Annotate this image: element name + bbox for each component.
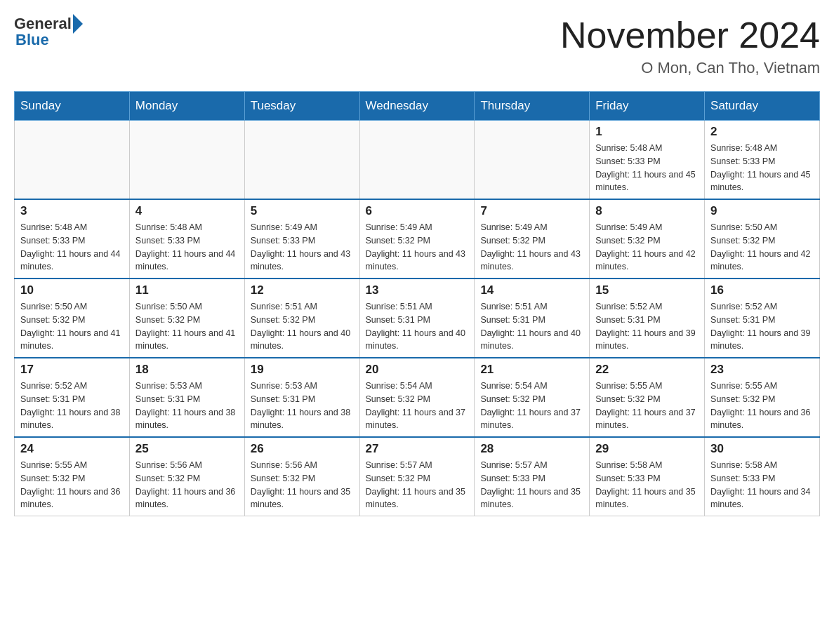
day-number: 16 <box>710 283 814 297</box>
calendar-cell <box>129 121 244 200</box>
calendar-cell: 10Sunrise: 5:50 AMSunset: 5:32 PMDayligh… <box>15 279 130 358</box>
calendar-cell: 23Sunrise: 5:55 AMSunset: 5:32 PMDayligh… <box>705 358 820 437</box>
calendar-cell: 17Sunrise: 5:52 AMSunset: 5:31 PMDayligh… <box>15 358 130 437</box>
day-info: Sunrise: 5:57 AMSunset: 5:32 PMDaylight:… <box>366 459 469 511</box>
day-number: 5 <box>251 204 354 218</box>
location-text: O Mon, Can Tho, Vietnam <box>560 59 820 77</box>
day-number: 25 <box>135 442 239 456</box>
calendar-cell: 13Sunrise: 5:51 AMSunset: 5:31 PMDayligh… <box>359 279 475 358</box>
day-info: Sunrise: 5:52 AMSunset: 5:31 PMDaylight:… <box>710 300 814 353</box>
weekday-header-wednesday: Wednesday <box>359 92 475 121</box>
day-info: Sunrise: 5:49 AMSunset: 5:32 PMDaylight:… <box>595 221 699 274</box>
day-number: 24 <box>20 442 124 456</box>
calendar-cell: 27Sunrise: 5:57 AMSunset: 5:32 PMDayligh… <box>359 437 475 516</box>
day-number: 10 <box>20 283 124 297</box>
day-info: Sunrise: 5:54 AMSunset: 5:32 PMDaylight:… <box>366 380 469 432</box>
weekday-header-sunday: Sunday <box>15 92 130 121</box>
calendar-cell: 3Sunrise: 5:48 AMSunset: 5:33 PMDaylight… <box>15 199 130 279</box>
day-number: 19 <box>251 363 354 377</box>
calendar-cell: 29Sunrise: 5:58 AMSunset: 5:33 PMDayligh… <box>590 437 705 516</box>
day-info: Sunrise: 5:52 AMSunset: 5:31 PMDaylight:… <box>20 380 124 432</box>
day-info: Sunrise: 5:50 AMSunset: 5:32 PMDaylight:… <box>135 300 239 353</box>
day-info: Sunrise: 5:48 AMSunset: 5:33 PMDaylight:… <box>20 221 124 274</box>
weekday-header-monday: Monday <box>129 92 244 121</box>
weekday-header-tuesday: Tuesday <box>244 92 359 121</box>
day-info: Sunrise: 5:54 AMSunset: 5:32 PMDaylight:… <box>480 380 583 432</box>
calendar-cell <box>475 121 590 200</box>
calendar-cell: 21Sunrise: 5:54 AMSunset: 5:32 PMDayligh… <box>475 358 590 437</box>
day-info: Sunrise: 5:50 AMSunset: 5:32 PMDaylight:… <box>710 221 814 274</box>
day-info: Sunrise: 5:49 AMSunset: 5:33 PMDaylight:… <box>251 221 354 274</box>
calendar-cell: 28Sunrise: 5:57 AMSunset: 5:33 PMDayligh… <box>475 437 590 516</box>
weekday-header-thursday: Thursday <box>475 92 590 121</box>
day-number: 20 <box>366 363 469 377</box>
day-number: 18 <box>135 363 239 377</box>
calendar-cell: 30Sunrise: 5:58 AMSunset: 5:33 PMDayligh… <box>705 437 820 516</box>
day-number: 7 <box>480 204 583 218</box>
day-number: 9 <box>710 204 814 218</box>
month-title: November 2024 <box>560 14 820 56</box>
calendar-table: SundayMondayTuesdayWednesdayThursdayFrid… <box>14 91 820 516</box>
calendar-cell: 15Sunrise: 5:52 AMSunset: 5:31 PMDayligh… <box>590 279 705 358</box>
calendar-cell <box>244 121 359 200</box>
calendar-cell: 7Sunrise: 5:49 AMSunset: 5:32 PMDaylight… <box>475 199 590 279</box>
day-number: 23 <box>710 363 814 377</box>
calendar-cell: 25Sunrise: 5:56 AMSunset: 5:32 PMDayligh… <box>129 437 244 516</box>
day-info: Sunrise: 5:53 AMSunset: 5:31 PMDaylight:… <box>135 380 239 432</box>
day-info: Sunrise: 5:55 AMSunset: 5:32 PMDaylight:… <box>20 459 124 511</box>
calendar-cell: 20Sunrise: 5:54 AMSunset: 5:32 PMDayligh… <box>359 358 475 437</box>
day-number: 1 <box>595 125 699 139</box>
calendar-cell: 1Sunrise: 5:48 AMSunset: 5:33 PMDaylight… <box>590 121 705 200</box>
day-number: 26 <box>251 442 354 456</box>
weekday-header-row: SundayMondayTuesdayWednesdayThursdayFrid… <box>15 92 820 121</box>
day-info: Sunrise: 5:51 AMSunset: 5:31 PMDaylight:… <box>480 300 583 353</box>
day-info: Sunrise: 5:50 AMSunset: 5:32 PMDaylight:… <box>20 300 124 353</box>
day-number: 29 <box>595 442 699 456</box>
calendar-week-row: 3Sunrise: 5:48 AMSunset: 5:33 PMDaylight… <box>15 199 820 279</box>
calendar-week-row: 10Sunrise: 5:50 AMSunset: 5:32 PMDayligh… <box>15 279 820 358</box>
calendar-cell: 12Sunrise: 5:51 AMSunset: 5:32 PMDayligh… <box>244 279 359 358</box>
day-info: Sunrise: 5:57 AMSunset: 5:33 PMDaylight:… <box>480 459 583 511</box>
day-info: Sunrise: 5:58 AMSunset: 5:33 PMDaylight:… <box>710 459 814 511</box>
calendar-week-row: 24Sunrise: 5:55 AMSunset: 5:32 PMDayligh… <box>15 437 820 516</box>
day-number: 15 <box>595 283 699 297</box>
logo: General Blue <box>14 14 83 49</box>
day-info: Sunrise: 5:51 AMSunset: 5:31 PMDaylight:… <box>366 300 469 353</box>
day-number: 22 <box>595 363 699 377</box>
calendar-cell: 14Sunrise: 5:51 AMSunset: 5:31 PMDayligh… <box>475 279 590 358</box>
calendar-cell: 2Sunrise: 5:48 AMSunset: 5:33 PMDaylight… <box>705 121 820 200</box>
day-number: 8 <box>595 204 699 218</box>
day-info: Sunrise: 5:49 AMSunset: 5:32 PMDaylight:… <box>366 221 469 274</box>
day-info: Sunrise: 5:56 AMSunset: 5:32 PMDaylight:… <box>251 459 354 511</box>
day-info: Sunrise: 5:58 AMSunset: 5:33 PMDaylight:… <box>595 459 699 511</box>
day-info: Sunrise: 5:48 AMSunset: 5:33 PMDaylight:… <box>710 142 814 194</box>
day-number: 30 <box>710 442 814 456</box>
day-info: Sunrise: 5:51 AMSunset: 5:32 PMDaylight:… <box>251 300 354 353</box>
calendar-week-row: 17Sunrise: 5:52 AMSunset: 5:31 PMDayligh… <box>15 358 820 437</box>
calendar-cell: 9Sunrise: 5:50 AMSunset: 5:32 PMDaylight… <box>705 199 820 279</box>
calendar-cell: 24Sunrise: 5:55 AMSunset: 5:32 PMDayligh… <box>15 437 130 516</box>
logo-blue-text: Blue <box>15 31 49 49</box>
day-number: 21 <box>480 363 583 377</box>
calendar-cell: 26Sunrise: 5:56 AMSunset: 5:32 PMDayligh… <box>244 437 359 516</box>
calendar-cell: 19Sunrise: 5:53 AMSunset: 5:31 PMDayligh… <box>244 358 359 437</box>
calendar-cell: 11Sunrise: 5:50 AMSunset: 5:32 PMDayligh… <box>129 279 244 358</box>
day-number: 6 <box>366 204 469 218</box>
day-number: 2 <box>710 125 814 139</box>
calendar-cell <box>15 121 130 200</box>
day-number: 3 <box>20 204 124 218</box>
day-info: Sunrise: 5:52 AMSunset: 5:31 PMDaylight:… <box>595 300 699 353</box>
calendar-cell: 16Sunrise: 5:52 AMSunset: 5:31 PMDayligh… <box>705 279 820 358</box>
day-number: 17 <box>20 363 124 377</box>
calendar-cell: 5Sunrise: 5:49 AMSunset: 5:33 PMDaylight… <box>244 199 359 279</box>
calendar-week-row: 1Sunrise: 5:48 AMSunset: 5:33 PMDaylight… <box>15 121 820 200</box>
calendar-cell: 4Sunrise: 5:48 AMSunset: 5:33 PMDaylight… <box>129 199 244 279</box>
calendar-cell: 8Sunrise: 5:49 AMSunset: 5:32 PMDaylight… <box>590 199 705 279</box>
calendar-cell: 18Sunrise: 5:53 AMSunset: 5:31 PMDayligh… <box>129 358 244 437</box>
day-info: Sunrise: 5:48 AMSunset: 5:33 PMDaylight:… <box>135 221 239 274</box>
day-info: Sunrise: 5:53 AMSunset: 5:31 PMDaylight:… <box>251 380 354 432</box>
day-number: 14 <box>480 283 583 297</box>
page-header: General Blue November 2024 O Mon, Can Th… <box>14 14 820 77</box>
day-info: Sunrise: 5:55 AMSunset: 5:32 PMDaylight:… <box>595 380 699 432</box>
weekday-header-friday: Friday <box>590 92 705 121</box>
